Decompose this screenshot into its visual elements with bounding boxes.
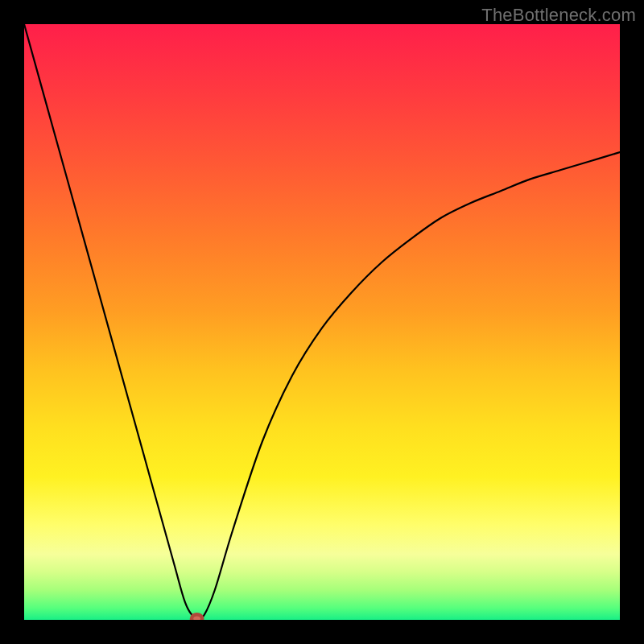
plot-area bbox=[24, 24, 620, 620]
bottleneck-curve bbox=[24, 24, 620, 620]
watermark-text: TheBottleneck.com bbox=[481, 5, 636, 26]
chart-frame: TheBottleneck.com bbox=[0, 0, 644, 644]
curve-svg bbox=[24, 24, 620, 620]
optimum-marker bbox=[192, 614, 202, 620]
